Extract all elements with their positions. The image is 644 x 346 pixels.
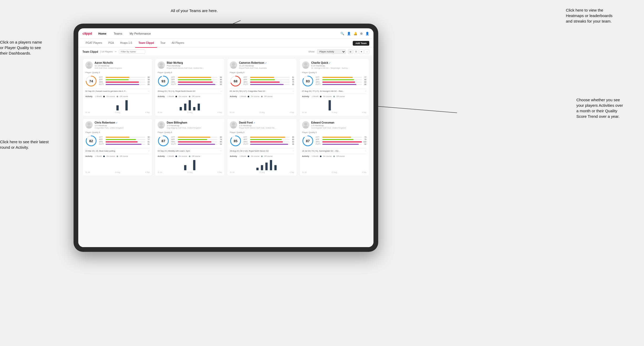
tab-pgat-players[interactable]: PGAT Players <box>82 39 105 48</box>
search-icon[interactable]: 🔍 <box>340 32 344 35</box>
tab-team-clippd[interactable]: Team Clippd <box>135 39 157 48</box>
on-course-label: On course <box>179 155 187 157</box>
activity-section: Activity · 1 Month On course Off course … <box>302 94 366 113</box>
activity-period[interactable]: · 1 Month <box>94 155 102 157</box>
player-name[interactable]: Charlie Quick ✓ <box>311 61 366 64</box>
tab-pga[interactable]: PGA <box>105 39 117 48</box>
quality-circle[interactable]: 93 <box>158 75 169 87</box>
player-card[interactable]: Dave Billingham 1-5 Handicap Sag Maging … <box>155 118 225 176</box>
player-card[interactable]: Blair McHarg Plus Handicap Royal North D… <box>155 58 225 116</box>
latest-round[interactable]: 02 Sep 23 | Sunset round to get back int… <box>85 88 150 92</box>
user-avatar-icon[interactable]: 👤 <box>365 32 369 35</box>
bar-row-app: APP 58 <box>99 79 150 81</box>
latest-round[interactable]: 02 Jul 23 | 59 (+17), Craigmillar Park G… <box>230 88 294 92</box>
player-name[interactable]: Edward Crossman <box>311 121 366 124</box>
latest-round[interactable]: 03 Mar 23 | 19, Must make putting → <box>85 148 150 152</box>
activity-period[interactable]: · 1 Month <box>311 95 318 97</box>
bar-row-ott: OTT 60 <box>99 76 150 78</box>
nav-teams[interactable]: Teams <box>113 32 123 35</box>
chart-dates: 31 Jul21 Aug4 Sep <box>302 171 366 173</box>
player-card[interactable]: Cameron Robertson ✓ 11-15 Handicap Royal… <box>227 58 297 116</box>
latest-round[interactable]: 26 Aug 23 | 73 (+1), Royal North Devon G… <box>158 88 222 92</box>
quality-circle[interactable]: 87 <box>158 135 169 147</box>
svg-rect-28 <box>329 100 331 110</box>
notification-icon[interactable]: 🔔 <box>354 32 357 35</box>
player-club: Royal North Devon Golf Club, United Kin.… <box>167 67 222 69</box>
bar-label-ott: OTT <box>243 136 249 138</box>
quality-bars: OTT 77 APP 80 <box>316 76 366 86</box>
activity-period[interactable]: · 1 Month <box>238 95 246 97</box>
bar-track-putt <box>322 144 362 145</box>
latest-round[interactable]: 04 Sep 23 | Mobility with coach, Gym → <box>158 148 222 152</box>
bar-fill-app <box>106 139 136 140</box>
round-text: 07 Aug 23 | 77 (+7), St George's Hill GC… <box>302 90 344 92</box>
quality-circle[interactable]: 82 <box>85 135 97 147</box>
on-course-dot <box>175 156 177 157</box>
cards-area: Aaron Nicholls 11-15 Handicap Drift Golf… <box>78 56 373 247</box>
team-title: Team Clippd <box>82 50 98 53</box>
bar-value-app: 79 <box>363 139 366 140</box>
grid-view-icon[interactable]: ⊞ <box>348 49 353 54</box>
quality-section: 87 OTT 73 APP <box>302 135 366 147</box>
player-card[interactable]: Aaron Nicholls 11-15 Handicap Drift Golf… <box>82 58 153 116</box>
profile-icon[interactable]: 👤 <box>347 32 351 35</box>
nav-home[interactable]: Home <box>97 32 107 35</box>
quality-circle[interactable]: 68 <box>230 75 241 87</box>
player-name[interactable]: Cameron Robertson ✓ <box>239 61 294 64</box>
list-view-icon[interactable]: ☰ <box>354 49 358 54</box>
filter-icon[interactable]: ▼ <box>359 49 364 54</box>
tab-hcaps[interactable]: Hcaps 1-5 <box>117 39 136 48</box>
tab-tour[interactable]: Tour <box>157 39 168 48</box>
quality-circle[interactable]: 87 <box>302 135 314 147</box>
tab-all-players[interactable]: All Players <box>169 39 187 48</box>
chart-date: 4 Sep <box>290 171 294 173</box>
off-course-label: Off course <box>264 95 273 97</box>
player-name[interactable]: Dave Billingham <box>167 121 222 124</box>
quality-circle[interactable]: 74 <box>85 75 97 87</box>
activity-period[interactable]: · 1 Month <box>238 155 246 157</box>
activity-period[interactable]: · 1 Month <box>166 95 174 97</box>
activity-period[interactable]: · 1 Month <box>311 155 318 157</box>
player-name[interactable]: Aaron Nicholls <box>95 61 150 64</box>
player-card[interactable]: Chris Robertson ✓ 1-5 Handicap Craigmill… <box>82 118 153 176</box>
player-name[interactable]: Chris Robertson ✓ <box>95 121 150 124</box>
player-card[interactable]: Edward Crossman 1-5 Handicap Sunningdale… <box>299 118 369 176</box>
latest-round[interactable]: 18 Jul 23 | 74 (+4), Sunningdale GC - Ol… <box>302 148 366 152</box>
latest-round[interactable]: 07 Aug 23 | 77 (+7), St George's Hill GC… <box>302 88 366 92</box>
latest-round[interactable]: 26 Aug 23 | 84 (+12), Royal North Devon … <box>230 148 294 152</box>
player-name[interactable]: David Ford ✓ <box>239 121 294 124</box>
activity-period[interactable]: · 1 Month <box>94 95 102 97</box>
activity-title: Activity <box>85 155 92 157</box>
bar-value-putt: 85 <box>290 83 294 85</box>
activity-period[interactable]: · 1 Month <box>166 155 174 157</box>
bar-track-app <box>178 139 217 140</box>
quality-circle[interactable]: 85 <box>230 135 241 147</box>
svg-rect-10 <box>126 100 128 110</box>
edit-icon[interactable]: ✏ <box>115 50 117 53</box>
bar-track-arg <box>106 82 145 83</box>
chart-date: 31 Jul <box>230 111 234 113</box>
player-club: Drift Golf Club, United Kingdom <box>95 67 150 69</box>
bar-row-putt: PUTT 92 <box>316 143 366 145</box>
player-name[interactable]: Blair McHarg <box>167 61 222 64</box>
add-team-button[interactable]: Add Team <box>353 41 369 46</box>
svg-point-25 <box>303 66 308 69</box>
chart-dates: 31 Jul21 Aug4 Sep <box>230 171 294 173</box>
settings-icon[interactable]: ⊕ <box>360 32 363 35</box>
activity-title: Activity <box>230 95 237 98</box>
show-select[interactable]: Player Activity Quality Score Trend <box>317 49 346 54</box>
quality-circle[interactable]: 83 <box>302 75 314 87</box>
player-card[interactable]: David Ford ✓ 1-5 Handicap Royal North De… <box>227 118 297 176</box>
activities-annotation: Choose whether you seeyour players Activ… <box>576 97 623 119</box>
nav-logo: clippd <box>82 31 92 35</box>
player-card[interactable]: Charlie Quick ✓ 6-10 Handicap St. George… <box>299 58 369 116</box>
bar-value-ott: 73 <box>363 136 366 138</box>
filter-input[interactable] <box>119 50 145 54</box>
bar-value-app: 58 <box>146 79 150 81</box>
sort-icon[interactable]: ↕ <box>365 49 369 54</box>
bar-track-app <box>250 139 290 140</box>
chart-date: 21 Aug <box>259 111 265 113</box>
card-header: Blair McHarg Plus Handicap Royal North D… <box>158 61 222 69</box>
chart-date: 31 Jul <box>85 171 90 173</box>
nav-my-performance[interactable]: My Performance <box>128 32 152 35</box>
